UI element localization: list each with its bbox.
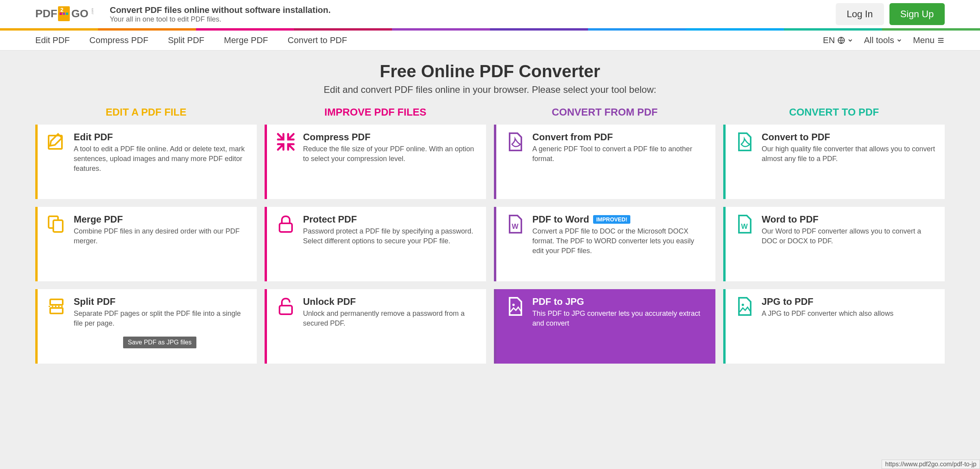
chevron-down-icon (848, 38, 853, 43)
chevron-down-icon (897, 38, 902, 43)
edit-icon (46, 132, 67, 192)
logo[interactable]: PDF 2 GO .com (35, 5, 102, 23)
pdf-icon (505, 132, 525, 192)
page-subtitle: Edit and convert PDF files online in you… (35, 84, 945, 95)
card-description: This PDF to JPG converter lets you accur… (532, 309, 707, 328)
column-header: IMPROVE PDF FILES (265, 106, 486, 118)
language-selector[interactable]: EN (823, 35, 853, 45)
menu-button[interactable]: Menu (913, 35, 945, 45)
card-title: Merge PDF (74, 214, 248, 225)
tool-card[interactable]: Edit PDF A tool to edit a PDF file onlin… (35, 125, 257, 199)
svg-text:W: W (741, 223, 748, 230)
column-header: CONVERT FROM PDF (494, 106, 715, 118)
svg-rect-13 (50, 308, 63, 313)
pdf-icon (734, 132, 755, 192)
card-description: Reduce the file size of your PDF online.… (303, 144, 477, 164)
card-description: A tool to edit a PDF file online. Add or… (74, 144, 248, 174)
all-tools-dropdown[interactable]: All tools (864, 35, 902, 45)
nav-item[interactable]: Compress PDF (89, 35, 148, 45)
menu-label: Menu (913, 35, 935, 45)
image-icon (505, 296, 525, 357)
card-title: JPG to PDF (762, 296, 893, 307)
svg-rect-11 (53, 220, 63, 232)
card-description: A generic PDF Tool to convert a PDF file… (532, 144, 707, 164)
card-title: Compress PDF (303, 132, 477, 143)
logo-icon: PDF 2 GO .com (35, 5, 102, 23)
card-title: Unlock PDF (303, 296, 477, 307)
column-header: CONVERT TO PDF (723, 106, 945, 118)
rainbow-divider (0, 28, 980, 31)
card-title: Edit PDF (74, 132, 248, 143)
merge-icon (46, 214, 67, 274)
nav: Edit PDFCompress PDFSplit PDFMerge PDFCo… (0, 31, 980, 51)
all-tools-label: All tools (864, 35, 894, 45)
card-title: Protect PDF (303, 214, 477, 225)
improved-badge: IMPROVED! (593, 215, 630, 224)
svg-text:PDF: PDF (35, 7, 57, 20)
tool-card[interactable]: Protect PDF Password protect a PDF file … (265, 207, 486, 281)
svg-rect-15 (279, 306, 292, 314)
page-title: Free Online PDF Converter (35, 62, 945, 81)
card-title: Word to PDF (762, 214, 936, 225)
tagline-title: Convert PDF files online without softwar… (110, 5, 331, 15)
svg-point-19 (742, 304, 744, 306)
split-icon (46, 296, 67, 357)
card-title: Convert to PDF (762, 132, 936, 143)
tool-card[interactable]: Convert to PDF Our high quality file con… (723, 125, 945, 199)
svg-rect-4 (66, 13, 68, 15)
card-title: Split PDF (74, 296, 248, 307)
nav-item[interactable]: Split PDF (168, 35, 204, 45)
svg-rect-12 (50, 299, 63, 305)
nav-item[interactable]: Merge PDF (224, 35, 268, 45)
header: PDF 2 GO .com Convert PDF files online w… (0, 0, 980, 28)
card-title: PDF to JPG (532, 296, 707, 307)
card-description: A JPG to PDF converter which also allows (762, 309, 893, 319)
compress-icon (276, 132, 296, 192)
language-label: EN (823, 35, 835, 45)
tool-card[interactable]: W PDF to WordIMPROVED! Convert a PDF fil… (494, 207, 715, 281)
globe-icon (837, 36, 845, 44)
tool-card[interactable]: PDF to JPG This PDF to JPG converter let… (494, 289, 715, 364)
tagline: Convert PDF files online without softwar… (110, 5, 331, 24)
tool-card[interactable]: W Word to PDF Our Word to PDF converter … (723, 207, 945, 281)
card-description: Unlock and permanently remove a password… (303, 309, 477, 328)
image-icon (734, 296, 755, 357)
svg-text:GO: GO (71, 7, 89, 20)
card-description: Password protect a PDF file by specifyin… (303, 226, 477, 246)
tool-card[interactable]: Compress PDF Reduce the file size of you… (265, 125, 486, 199)
svg-text:.com: .com (91, 8, 94, 15)
svg-point-17 (512, 304, 515, 306)
signup-button[interactable]: Sign Up (889, 3, 945, 25)
tooltip: Save PDF as JPG files (123, 337, 196, 348)
column-header: EDIT A PDF FILE (35, 106, 257, 118)
nav-item[interactable]: Convert to PDF (288, 35, 347, 45)
card-description: Our high quality file converter that all… (762, 144, 936, 164)
tool-card[interactable]: Convert from PDF A generic PDF Tool to c… (494, 125, 715, 199)
tool-card[interactable]: Unlock PDF Unlock and permanently remove… (265, 289, 486, 364)
tagline-sub: Your all in one tool to edit PDF files. (110, 15, 331, 24)
word-icon: W (734, 214, 755, 274)
card-description: Separate PDF pages or split the PDF file… (74, 309, 248, 328)
card-description: Convert a PDF file to DOC or the Microso… (532, 226, 707, 256)
card-title: PDF to WordIMPROVED! (532, 214, 707, 225)
login-button[interactable]: Log In (836, 3, 884, 25)
unlock-icon (276, 296, 296, 357)
lock-icon (276, 214, 296, 274)
card-description: Combine PDF files in any desired order w… (74, 226, 248, 246)
svg-text:2: 2 (60, 7, 64, 13)
hamburger-icon (937, 36, 945, 44)
card-description: Our Word to PDF converter allows you to … (762, 226, 936, 246)
tool-card[interactable]: Merge PDF Combine PDF files in any desir… (35, 207, 257, 281)
svg-text:W: W (512, 223, 519, 230)
nav-item[interactable]: Edit PDF (35, 35, 70, 45)
svg-rect-14 (279, 223, 292, 232)
word-icon: W (505, 214, 525, 274)
tool-card[interactable]: JPG to PDF A JPG to PDF converter which … (723, 289, 945, 364)
tool-card[interactable]: Split PDF Separate PDF pages or split th… (35, 289, 257, 364)
card-title: Convert from PDF (532, 132, 707, 143)
